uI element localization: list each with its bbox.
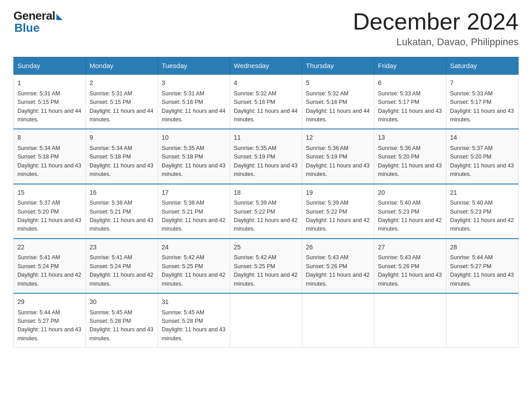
day-number: 3 xyxy=(162,78,226,88)
day-number: 22 xyxy=(17,243,82,253)
sunset-text: Sunset: 5:16 PM xyxy=(306,98,370,107)
sunrise-text: Sunrise: 5:31 AM xyxy=(17,90,82,98)
sunset-text: Sunset: 5:27 PM xyxy=(450,262,515,271)
calendar-cell: 23Sunrise: 5:41 AMSunset: 5:24 PMDayligh… xyxy=(86,239,158,293)
calendar-cell: 29Sunrise: 5:44 AMSunset: 5:27 PMDayligh… xyxy=(14,293,86,348)
sunrise-text: Sunrise: 5:36 AM xyxy=(378,144,442,153)
calendar-cell xyxy=(230,293,302,348)
sunrise-text: Sunrise: 5:35 AM xyxy=(234,144,298,153)
daylight-text: Daylight: 11 hours and 42 minutes. xyxy=(234,271,298,288)
day-number: 29 xyxy=(17,297,82,307)
day-number: 31 xyxy=(162,297,226,307)
day-number: 4 xyxy=(234,78,298,88)
calendar-header: SundayMondayTuesdayWednesdayThursdayFrid… xyxy=(14,57,519,75)
day-number: 5 xyxy=(306,78,370,88)
sunset-text: Sunset: 5:21 PM xyxy=(162,208,226,216)
day-number: 7 xyxy=(450,78,515,88)
logo: General Blue xyxy=(13,9,63,35)
sunset-text: Sunset: 5:28 PM xyxy=(162,317,226,325)
title-block: December 2024 Lukatan, Davao, Philippine… xyxy=(353,9,519,48)
sunset-text: Sunset: 5:23 PM xyxy=(378,208,442,216)
sunset-text: Sunset: 5:18 PM xyxy=(90,153,154,161)
sunrise-text: Sunrise: 5:44 AM xyxy=(17,308,82,317)
calendar-cell: 20Sunrise: 5:40 AMSunset: 5:23 PMDayligh… xyxy=(374,184,446,239)
calendar-cell: 22Sunrise: 5:41 AMSunset: 5:24 PMDayligh… xyxy=(14,239,86,293)
daylight-text: Daylight: 11 hours and 43 minutes. xyxy=(234,162,298,179)
sunrise-text: Sunrise: 5:37 AM xyxy=(450,144,515,153)
calendar-cell: 4Sunrise: 5:32 AMSunset: 5:16 PMDaylight… xyxy=(230,74,302,129)
daylight-text: Daylight: 11 hours and 42 minutes. xyxy=(306,216,370,234)
day-number: 30 xyxy=(90,297,154,307)
week-row-4: 22Sunrise: 5:41 AMSunset: 5:24 PMDayligh… xyxy=(14,239,519,293)
calendar-cell: 1Sunrise: 5:31 AMSunset: 5:15 PMDaylight… xyxy=(14,74,86,129)
calendar-cell: 31Sunrise: 5:45 AMSunset: 5:28 PMDayligh… xyxy=(158,293,230,348)
day-number: 14 xyxy=(450,133,515,143)
week-row-2: 8Sunrise: 5:34 AMSunset: 5:18 PMDaylight… xyxy=(14,129,519,184)
sunrise-text: Sunrise: 5:41 AM xyxy=(90,253,154,262)
daylight-text: Daylight: 11 hours and 43 minutes. xyxy=(378,107,442,124)
calendar-cell: 28Sunrise: 5:44 AMSunset: 5:27 PMDayligh… xyxy=(446,239,519,293)
sunrise-text: Sunrise: 5:40 AM xyxy=(378,199,442,207)
daylight-text: Daylight: 11 hours and 43 minutes. xyxy=(378,271,442,288)
day-number: 20 xyxy=(378,188,442,198)
day-number: 18 xyxy=(234,188,298,198)
sunrise-text: Sunrise: 5:43 AM xyxy=(378,253,442,262)
sunrise-text: Sunrise: 5:43 AM xyxy=(306,253,370,262)
sunrise-text: Sunrise: 5:41 AM xyxy=(17,253,82,262)
header-cell-saturday: Saturday xyxy=(446,57,519,75)
header-cell-sunday: Sunday xyxy=(14,57,86,75)
daylight-text: Daylight: 11 hours and 44 minutes. xyxy=(90,107,154,124)
sunrise-text: Sunrise: 5:36 AM xyxy=(306,144,370,153)
sunrise-text: Sunrise: 5:33 AM xyxy=(450,90,515,98)
day-number: 24 xyxy=(162,243,226,253)
calendar-cell: 18Sunrise: 5:39 AMSunset: 5:22 PMDayligh… xyxy=(230,184,302,239)
day-number: 16 xyxy=(90,188,154,198)
day-number: 12 xyxy=(306,133,370,143)
daylight-text: Daylight: 11 hours and 42 minutes. xyxy=(17,271,82,288)
week-row-3: 15Sunrise: 5:37 AMSunset: 5:20 PMDayligh… xyxy=(14,184,519,239)
day-number: 17 xyxy=(162,188,226,198)
logo-blue-text: Blue xyxy=(14,21,39,35)
sunset-text: Sunset: 5:18 PM xyxy=(17,153,82,161)
sunrise-text: Sunrise: 5:45 AM xyxy=(162,308,226,317)
daylight-text: Daylight: 11 hours and 42 minutes. xyxy=(450,216,515,234)
sunset-text: Sunset: 5:19 PM xyxy=(306,153,370,161)
daylight-text: Daylight: 11 hours and 42 minutes. xyxy=(378,216,442,234)
daylight-text: Daylight: 11 hours and 43 minutes. xyxy=(378,162,442,179)
daylight-text: Daylight: 11 hours and 43 minutes. xyxy=(17,216,82,234)
calendar-cell: 15Sunrise: 5:37 AMSunset: 5:20 PMDayligh… xyxy=(14,184,86,239)
daylight-text: Daylight: 11 hours and 44 minutes. xyxy=(306,107,370,124)
calendar-cell: 3Sunrise: 5:31 AMSunset: 5:16 PMDaylight… xyxy=(158,74,230,129)
day-number: 23 xyxy=(90,243,154,253)
sunset-text: Sunset: 5:17 PM xyxy=(450,98,515,107)
calendar-cell: 12Sunrise: 5:36 AMSunset: 5:19 PMDayligh… xyxy=(302,129,374,184)
sunrise-text: Sunrise: 5:31 AM xyxy=(90,90,154,98)
calendar-cell: 14Sunrise: 5:37 AMSunset: 5:20 PMDayligh… xyxy=(446,129,519,184)
daylight-text: Daylight: 11 hours and 43 minutes. xyxy=(17,162,82,179)
day-number: 11 xyxy=(234,133,298,143)
calendar-cell: 17Sunrise: 5:38 AMSunset: 5:21 PMDayligh… xyxy=(158,184,230,239)
sunset-text: Sunset: 5:20 PM xyxy=(17,208,82,216)
calendar-cell: 7Sunrise: 5:33 AMSunset: 5:17 PMDaylight… xyxy=(446,74,519,129)
sunset-text: Sunset: 5:22 PM xyxy=(306,208,370,216)
daylight-text: Daylight: 11 hours and 43 minutes. xyxy=(90,325,154,343)
day-number: 6 xyxy=(378,78,442,88)
sunrise-text: Sunrise: 5:34 AM xyxy=(17,144,82,153)
sunset-text: Sunset: 5:28 PM xyxy=(90,317,154,325)
header-cell-wednesday: Wednesday xyxy=(230,57,302,75)
daylight-text: Daylight: 11 hours and 43 minutes. xyxy=(450,107,515,124)
calendar-cell: 19Sunrise: 5:39 AMSunset: 5:22 PMDayligh… xyxy=(302,184,374,239)
header-cell-friday: Friday xyxy=(374,57,446,75)
calendar-cell: 27Sunrise: 5:43 AMSunset: 5:26 PMDayligh… xyxy=(374,239,446,293)
day-number: 13 xyxy=(378,133,442,143)
sunset-text: Sunset: 5:15 PM xyxy=(90,98,154,107)
calendar-body: 1Sunrise: 5:31 AMSunset: 5:15 PMDaylight… xyxy=(14,74,519,347)
calendar-cell: 26Sunrise: 5:43 AMSunset: 5:26 PMDayligh… xyxy=(302,239,374,293)
daylight-text: Daylight: 11 hours and 43 minutes. xyxy=(90,162,154,179)
daylight-text: Daylight: 11 hours and 43 minutes. xyxy=(450,162,515,179)
sunrise-text: Sunrise: 5:34 AM xyxy=(90,144,154,153)
calendar-table: SundayMondayTuesdayWednesdayThursdayFrid… xyxy=(13,57,519,348)
sunrise-text: Sunrise: 5:32 AM xyxy=(306,90,370,98)
sunset-text: Sunset: 5:26 PM xyxy=(306,262,370,271)
calendar-cell: 10Sunrise: 5:35 AMSunset: 5:18 PMDayligh… xyxy=(158,129,230,184)
